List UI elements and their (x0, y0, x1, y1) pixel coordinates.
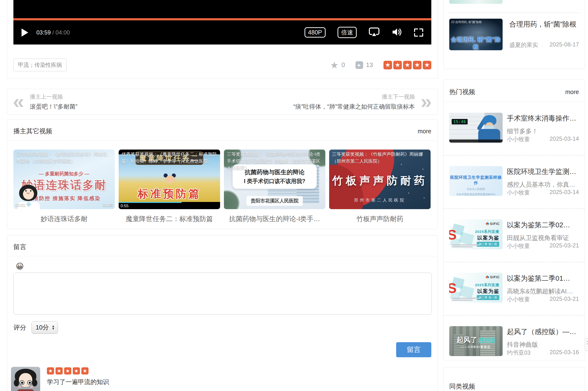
video-caption[interactable]: 魔童降世任务二：标准预防篇 (119, 214, 220, 223)
sific-logo: SIFIC (486, 275, 500, 279)
thumb-clock-text: 15:46 (452, 119, 468, 124)
video-title[interactable]: 以案为鉴第二季01… (507, 274, 579, 283)
rating-star-icon: ★ (413, 61, 421, 69)
favorite-count: 0 (341, 61, 345, 69)
thumb-main-title: 合理用药, 斩“菌”除根 (450, 36, 502, 50)
prev-video-link[interactable]: « 播主上一视频 滚蛋吧！\"多耐菌” (13, 93, 78, 110)
video-thumbnail[interactable]: 三等奖获奖视频：《抗菌药物与医生的辩论-I类手术切口该不该用我?》韩健梅（贵阳市… (224, 150, 325, 209)
video-subtitle: 感控人员基本功，你真的会采 (507, 181, 579, 189)
thumb-main-title: 起风了 (456, 336, 477, 344)
video-thumbnail[interactable]: 三等奖获奖视频：《竹板声声防耐药》周丽娜（郑州市第二人民医院） 竹板声声防耐药 … (329, 150, 431, 209)
airplay-icon[interactable] (369, 27, 380, 38)
time-separator: / (52, 29, 54, 36)
thumb-overlay-text: 优秀奖获奖视频：《魔童降世任务二：标准预防篇》时培英、陈峥、李李等（河北燕达医院… (122, 151, 217, 165)
prev-label: 播主上一视频 (30, 93, 78, 100)
video-date: 2025-03-21 (549, 295, 579, 303)
section-title: 同类视频 (443, 367, 585, 391)
video-thumbnail[interactable]: 15:46 (449, 113, 503, 143)
video-subtitle: 细节多多！ (507, 127, 579, 135)
sidebar-video-item[interactable]: S SIFIC 2025系列直播 以案为鉴 第二季 第二期 以案为鉴第二季02…… (443, 209, 585, 262)
video-date: 2025-03-14 (549, 135, 579, 143)
thumb-overlay-text: 三等奖获奖视频：《妙语连珠话多耐》周峻云、李亚晗（东部战区空军医院） (16, 151, 112, 165)
video-thumbnail[interactable]: 起风了 感控版 ——CRBSI零容忍 (449, 326, 503, 356)
thumb-timestamp: 0:55 (121, 204, 128, 208)
sidebar-video-item[interactable]: 医院环境卫生学监测采样操作 启东市人民医院 启东市医院感染管理质量控制中心 20… (443, 156, 585, 209)
section-title: 热门视频 (449, 88, 475, 96)
video-title[interactable]: 合理用药，斩“菌”除根 (509, 20, 579, 29)
rating-selected-value: 10分 (36, 323, 49, 332)
next-title[interactable]: “痰”吐得体，“肺”常健康之如何正确留取痰标本 (293, 103, 415, 110)
rating-select[interactable]: 10分 ▲▼ (32, 321, 58, 334)
related-videos-panel: 同类视频 (443, 367, 585, 391)
current-time: 03:59 (36, 29, 51, 36)
thumb-hospital-label: 贵阳市花溪区人民医院 (247, 196, 303, 206)
rating-label: 评分 (13, 323, 26, 332)
submit-comment-button[interactable]: 留言 (396, 342, 431, 357)
video-panel: 03:59 / 04:00 480P 倍速 (7, 0, 438, 79)
comment-input[interactable] (13, 273, 432, 315)
favorite-count-group[interactable]: ★ 0 (330, 60, 345, 70)
section-title: 播主其它视频 (13, 127, 52, 135)
thumb-series-text: 2025系列直播 (475, 283, 499, 287)
rating-star-icon: ★ (393, 61, 402, 69)
video-title[interactable]: 医院环境卫生学监测… (507, 167, 579, 177)
thumb-timestamp: 01:28 (103, 203, 113, 208)
fullscreen-icon[interactable] (414, 28, 423, 37)
video-thumbnail[interactable]: 医院环境卫生学监测采样操作 启东市人民医院 启东市医院感染管理质量控制中心 20… (449, 166, 503, 196)
video-caption[interactable]: 抗菌药物与医生的辩论-I类手… (224, 214, 325, 223)
next-label: 播主下一视频 (293, 93, 415, 100)
thumb-logo-letter: S (449, 227, 457, 243)
video-author[interactable]: 小小牧童 (507, 295, 530, 303)
quality-button[interactable]: 480P (305, 27, 326, 38)
video-caption[interactable]: 竹板声声防耐药 (329, 214, 431, 223)
thumb-tagline: — 多重耐药菌知多少 — (13, 171, 115, 177)
video-title[interactable]: 起风了（感控版）—… (507, 327, 579, 337)
more-link[interactable]: more (565, 89, 579, 96)
thumb-timestamp: 00:01 (15, 203, 26, 208)
emoji-picker-icon[interactable]: 😀 (16, 263, 24, 270)
video-thumbnail[interactable]: 魔童降世任务二 优秀奖获奖视频：《魔童降世任务二：标准预防篇》时培英、陈峥、李李… (119, 150, 220, 209)
video-author[interactable]: 约书亚03 (507, 349, 531, 357)
video-author[interactable]: 盛夏的果实 (509, 41, 538, 49)
video-author[interactable]: 小小牧童 (507, 242, 530, 250)
sidebar-video-item[interactable]: S SIFIC 2025系列直播 以案为鉴 第二季 第一期 以案为鉴第二季01…… (443, 262, 585, 316)
other-video-item[interactable]: 三等奖获奖视频：《竹板声声防耐药》周丽娜（郑州市第二人民医院） 竹板声声防耐药 … (329, 150, 431, 223)
other-video-item[interactable]: 三等奖获奖视频：《妙语连珠话多耐》周峻云、李亚晗（东部战区空军医院） — 多重耐… (13, 150, 115, 223)
video-author[interactable]: 小小牧童 (507, 135, 530, 143)
select-stepper-icon: ▲▼ (52, 325, 55, 330)
cutoff-thumbnail[interactable] (449, 0, 503, 4)
play-count-group: ▶ 13 (355, 61, 373, 69)
thumb-main-title: 竹板声声防耐药 (329, 174, 431, 188)
speed-button[interactable]: 倍速 (337, 27, 357, 38)
next-video-link[interactable]: 播主下一视频 “痰”吐得体，“肺”常健康之如何正确留取痰标本 » (293, 93, 432, 110)
video-tag-chip[interactable]: 甲流；传染性疾病 (13, 59, 67, 71)
thumb-hospital-label: 郑州市第二人民医院 (329, 197, 431, 203)
sidebar-video-item[interactable]: 15:46 手术室终末消毒操作… 细节多多！ 小小牧童 2025-03-14 (443, 102, 585, 156)
total-time: 04:00 (56, 29, 70, 36)
rating-star-icon: ★ (47, 367, 54, 375)
play-icon[interactable] (21, 28, 28, 37)
prev-title[interactable]: 滚蛋吧！\"多耐菌” (30, 103, 78, 110)
other-video-item[interactable]: 魔童降世任务二 优秀奖获奖视频：《魔童降世任务二：标准预防篇》时培英、陈峥、李李… (119, 150, 220, 223)
sidebar-video-item[interactable]: 22-合理用药, 斩“菌”除根 合理用药, 斩“菌”除根 合理用药，斩“菌”除根… (449, 13, 579, 50)
other-video-item[interactable]: 三等奖获奖视频：《抗菌药物与医生的辩论-I类手术切口该不该用我?》韩健梅（贵阳市… (224, 150, 325, 223)
volume-icon[interactable] (392, 27, 402, 38)
thumb-corner-text: 22-合理用药, 斩“菌”除根 (451, 20, 482, 24)
video-player[interactable]: 03:59 / 04:00 480P 倍速 (13, 0, 431, 44)
play-count-icon: ▶ (355, 61, 363, 69)
video-title[interactable]: 手术室终末消毒操作… (507, 114, 579, 123)
player-progress-bar[interactable] (13, 18, 431, 20)
video-title[interactable]: 以案为鉴第二季02… (507, 220, 579, 230)
video-thumbnail[interactable]: S SIFIC 2025系列直播 以案为鉴 第二季 第二期 (449, 219, 503, 249)
floating-widget-button[interactable] (585, 338, 588, 351)
video-thumbnail[interactable]: S SIFIC 2025系列直播 以案为鉴 第二季 第一期 (449, 273, 503, 303)
favorite-star-icon[interactable]: ★ (330, 60, 339, 70)
video-author[interactable]: 小小牧童 (507, 189, 530, 196)
sidebar-video-item[interactable]: 起风了 感控版 ——CRBSI零容忍 起风了（感控版）—… 抖音神曲版 约书亚0… (443, 316, 585, 369)
thumb-main-title: 标准预防篇 (119, 187, 220, 201)
rating-star-icon: ★ (73, 367, 80, 375)
video-thumbnail[interactable]: 三等奖获奖视频：《妙语连珠话多耐》周峻云、李亚晗（东部战区空军医院） — 多重耐… (13, 150, 115, 209)
video-caption[interactable]: 妙语连珠话多耐 (13, 214, 115, 223)
video-thumbnail[interactable]: 22-合理用药, 斩“菌”除根 合理用药, 斩“菌”除根 (449, 19, 503, 50)
more-link[interactable]: more (418, 128, 431, 135)
